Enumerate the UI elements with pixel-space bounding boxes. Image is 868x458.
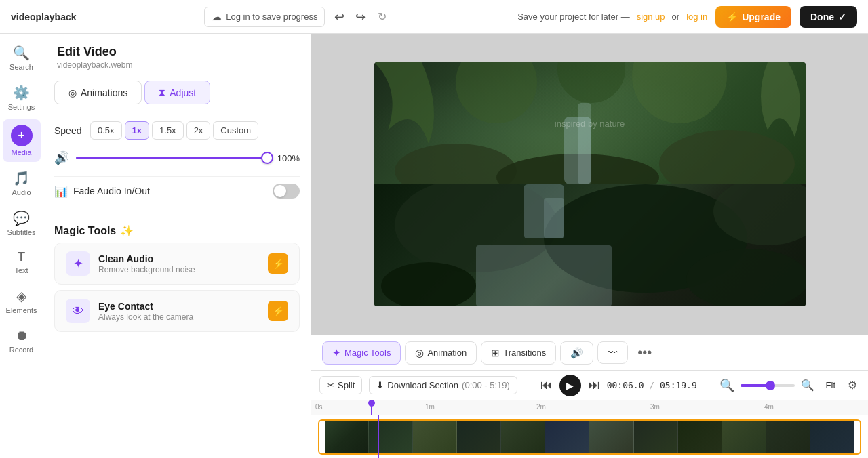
magic-tools-header: Magic Tools ✨: [43, 216, 311, 243]
panel-tab-row: ◎ Animations ⧗ Adjust: [43, 75, 311, 110]
volume-row: 🔊 100%: [54, 150, 300, 165]
fade-audio-icon: 📊: [54, 185, 68, 198]
zoom-out-button[interactable]: 🔍: [717, 376, 736, 395]
volume-slider[interactable]: [76, 151, 267, 165]
sidebar-item-audio[interactable]: 🎵 Audio: [3, 165, 41, 202]
transitions-toolbar-icon: ⊞: [491, 347, 500, 359]
rewind-button[interactable]: ⏮: [538, 375, 555, 395]
audio-wave-icon: 〰: [608, 347, 618, 358]
undo-redo-group: ↩ ↪: [330, 7, 370, 27]
panel-header: Edit Video videoplayback.webm: [43, 34, 311, 75]
timeline-settings-button[interactable]: ⚙: [845, 376, 860, 394]
eye-contact-upgrade-icon: ⚡: [273, 306, 284, 316]
clean-audio-desc: Remove background noise: [98, 265, 260, 274]
zoom-controls: 🔍 🔍 Fit ⚙: [717, 376, 860, 395]
animation-toolbar-icon: ◎: [415, 347, 424, 359]
ruler-playhead-dot: [368, 400, 375, 407]
tab-adjust[interactable]: ⧗ Adjust: [144, 81, 210, 104]
split-button[interactable]: ✂ Split: [319, 376, 362, 394]
clean-audio-action[interactable]: ⚡: [268, 253, 288, 274]
checkmark-icon: ✓: [838, 12, 846, 22]
speed-row: Speed 0.5x 1x 1.5x 2x Custom: [54, 121, 300, 140]
save-progress-button[interactable]: ☁ Log in to save progress: [204, 7, 325, 27]
panel-adjust-section: Speed 0.5x 1x 1.5x 2x Custom 🔊: [43, 110, 311, 216]
video-track[interactable]: [318, 419, 861, 455]
lightning-icon: ⚡: [726, 12, 738, 22]
timeline-top-bar: ✂ Split ⬇ Download Section (0:00 - 5:19)…: [311, 371, 868, 400]
panel-subtitle: videoplayback.webm: [57, 60, 297, 70]
sidebar-item-text[interactable]: T Text: [3, 245, 41, 280]
speed-0.5x[interactable]: 0.5x: [90, 121, 122, 140]
signup-link[interactable]: sign up: [637, 12, 665, 22]
speed-1x[interactable]: 1x: [125, 121, 149, 140]
refresh-button[interactable]: ↻: [375, 7, 389, 26]
clean-audio-icon-wrap: ✦: [66, 251, 90, 276]
upgrade-button[interactable]: ⚡ Upgrade: [715, 6, 791, 28]
clean-audio-icon: ✦: [73, 256, 83, 271]
upgrade-label: Upgrade: [742, 12, 781, 22]
video-bottom-half: [374, 184, 806, 306]
video-top-half: inspired by nature: [374, 62, 806, 184]
eye-contact-action[interactable]: ⚡: [268, 301, 288, 321]
video-toolbar-animation[interactable]: ◎ Animation: [405, 341, 477, 365]
fade-audio-toggle[interactable]: [273, 184, 300, 199]
video-toolbar-audio-vol[interactable]: 🔊: [560, 341, 593, 365]
zoom-in-button[interactable]: 🔍: [799, 377, 816, 394]
track-frame-9: [678, 421, 722, 453]
toggle-knob: [274, 185, 286, 197]
sidebar-item-search[interactable]: 🔍 Search: [3, 39, 41, 77]
redo-button[interactable]: ↪: [351, 7, 370, 27]
track-frame-3: [413, 421, 457, 453]
sidebar-item-elements[interactable]: ◈ Elements: [3, 283, 41, 320]
track-left-handle[interactable]: [319, 421, 325, 453]
sidebar-item-settings[interactable]: ⚙️ Settings: [3, 79, 41, 117]
record-icon: ⏺: [15, 328, 28, 344]
done-label: Done: [810, 12, 834, 22]
zoom-thumb[interactable]: [766, 381, 775, 390]
ruler-0s: 0s: [315, 403, 323, 411]
animations-icon: ◎: [68, 87, 77, 98]
sidebar-label-elements: Elements: [6, 306, 37, 314]
fit-button[interactable]: Fit: [821, 377, 841, 393]
login-link[interactable]: log in: [686, 12, 707, 22]
media-plus-icon: +: [11, 125, 33, 146]
svg-rect-12: [544, 198, 564, 238]
panel-title: Edit Video: [57, 45, 297, 59]
video-top-svg: [374, 62, 806, 184]
ruler-1m: 1m: [425, 403, 435, 411]
fade-label-group: 📊 Fade Audio In/Out: [54, 185, 150, 198]
play-button[interactable]: ▶: [559, 375, 581, 396]
clean-audio-card[interactable]: ✦ Clean Audio Remove background noise ⚡: [54, 243, 300, 285]
speed-2x[interactable]: 2x: [186, 121, 211, 140]
zoom-slider[interactable]: [741, 384, 795, 387]
tab-animations[interactable]: ◎ Animations: [54, 81, 142, 104]
video-toolbar-more[interactable]: •••: [632, 341, 657, 365]
download-label: Download Section: [387, 380, 458, 390]
done-button[interactable]: Done ✓: [800, 6, 857, 28]
fast-forward-button[interactable]: ⏭: [585, 375, 603, 395]
speed-custom[interactable]: Custom: [213, 121, 258, 140]
volume-fill: [76, 157, 267, 159]
video-toolbar-audio-wave[interactable]: 〰: [597, 341, 628, 364]
sidebar-item-subtitles[interactable]: 💬 Subtitles: [3, 205, 41, 242]
animation-toolbar-label: Animation: [427, 348, 467, 358]
volume-track: [76, 157, 267, 159]
undo-button[interactable]: ↩: [330, 7, 349, 27]
video-toolbar-transitions[interactable]: ⊞ Transitions: [481, 341, 556, 365]
eye-contact-card[interactable]: 👁 Eye Contact Always look at the camera …: [54, 290, 300, 332]
track-frame-4: [457, 421, 501, 453]
fade-audio-label: Fade Audio In/Out: [73, 186, 150, 196]
speed-1.5x[interactable]: 1.5x: [152, 121, 184, 140]
volume-thumb[interactable]: [261, 152, 273, 164]
sidebar-label-search: Search: [9, 63, 33, 71]
video-wrapper: inspired by nature: [311, 34, 868, 335]
magic-tools-title: Magic Tools: [54, 225, 116, 237]
video-toolbar-magic-tools[interactable]: ✦ Magic Tools: [322, 341, 401, 365]
track-right-handle[interactable]: [854, 421, 860, 453]
settings-icon: ⚙️: [13, 85, 30, 101]
sidebar-item-media[interactable]: + Media: [3, 119, 41, 162]
download-section-button[interactable]: ⬇ Download Section (0:00 - 5:19): [369, 376, 517, 394]
clean-audio-name: Clean Audio: [98, 253, 260, 264]
top-bar: videoplayback ☁ Log in to save progress …: [0, 0, 868, 34]
sidebar-item-record[interactable]: ⏺ Record: [3, 322, 41, 359]
